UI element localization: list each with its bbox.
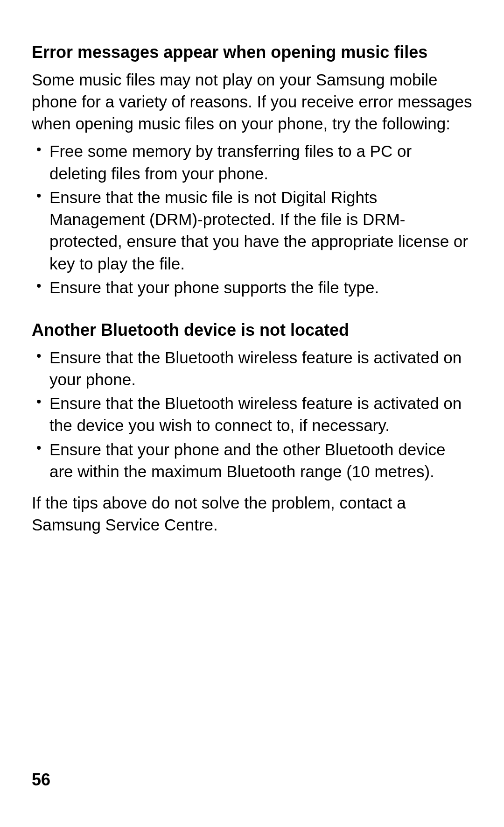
list-item: Ensure that your phone and the other Blu… [33,438,472,483]
list-item: Ensure that the music file is not Digita… [33,186,472,275]
section-bluetooth: Another Bluetooth device is not located … [32,319,472,536]
list-item: Ensure that the Bluetooth wireless featu… [33,392,472,437]
closing-bluetooth: If the tips above do not solve the probl… [32,492,472,536]
section-music-errors: Error messages appear when opening music… [32,41,472,298]
heading-bluetooth: Another Bluetooth device is not located [32,319,472,342]
list-item: Ensure that your phone supports the file… [33,276,472,298]
heading-music-errors: Error messages appear when opening music… [32,41,472,64]
list-item: Ensure that the Bluetooth wireless featu… [33,346,472,391]
page-number: 56 [32,770,50,790]
bullets-bluetooth: Ensure that the Bluetooth wireless featu… [32,346,472,483]
bullets-music-errors: Free some memory by transferring files t… [32,140,472,298]
intro-music-errors: Some music files may not play on your Sa… [32,69,472,135]
list-item: Free some memory by transferring files t… [33,140,472,184]
